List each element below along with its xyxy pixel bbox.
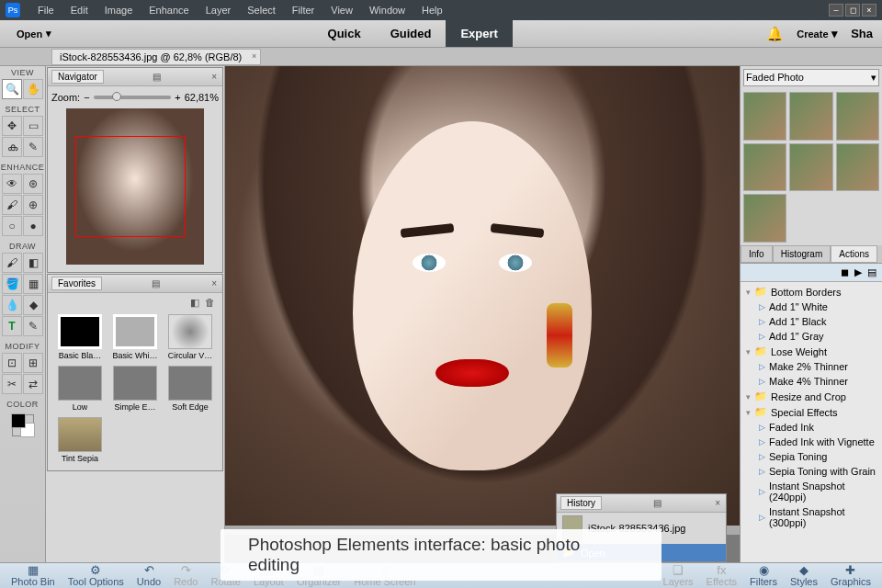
menu-enhance[interactable]: Enhance <box>141 5 197 16</box>
document-canvas[interactable] <box>225 66 740 526</box>
action-item[interactable]: ▷Faded Ink <box>742 420 880 435</box>
layers-button[interactable]: ❏Layers <box>658 564 699 587</box>
menu-select[interactable]: Select <box>239 5 284 16</box>
menu-file[interactable]: File <box>29 5 62 16</box>
graphics-button[interactable]: ✚Graphics <box>825 564 876 587</box>
panel-close-icon[interactable]: × <box>209 278 219 288</box>
favorite-item[interactable]: Basic Bla… <box>55 314 105 360</box>
panel-close-icon[interactable]: × <box>209 72 219 82</box>
share-button[interactable]: Sha <box>851 27 873 40</box>
action-item[interactable]: ▷Instant Snapshot (300ppi) <box>742 504 880 530</box>
action-folder[interactable]: ▾📁Special Effects <box>742 404 880 420</box>
document-tab[interactable]: iStock-828553436.jpg @ 62,8% (RGB/8)× <box>51 49 261 65</box>
clone-tool[interactable]: ⊕ <box>23 195 43 215</box>
trash-icon[interactable]: 🗑 <box>205 297 215 309</box>
stop-icon[interactable]: ◼ <box>841 266 849 278</box>
undo-button[interactable]: ↶Undo <box>131 564 166 587</box>
action-item[interactable]: ▷Add 1" Black <box>742 314 880 329</box>
preset-thumb[interactable] <box>743 194 786 243</box>
favorites-tab[interactable]: Favorites <box>51 277 102 290</box>
type-tool[interactable]: T <box>2 316 22 336</box>
action-item[interactable]: ▷Sepia Toning <box>742 449 880 464</box>
content-move-tool[interactable]: ✂ <box>2 374 22 394</box>
tool-options-button[interactable]: ⚙Tool Options <box>62 564 130 587</box>
action-item[interactable]: ▷Add 1" Gray <box>742 329 880 344</box>
preset-select[interactable]: Faded Photo▾ <box>743 69 879 86</box>
sponge-tool[interactable]: ● <box>23 216 43 236</box>
menu-view[interactable]: View <box>322 5 361 16</box>
eraser-tool[interactable]: ◧ <box>23 253 43 273</box>
zoom-slider[interactable] <box>94 96 172 99</box>
panel-menu-icon[interactable]: ▤ <box>867 266 876 278</box>
zoom-in-icon[interactable]: + <box>175 92 180 103</box>
action-item[interactable]: ▷Make 4% Thinner <box>742 374 880 389</box>
redo-button[interactable]: ↷Redo <box>168 564 203 587</box>
action-folder[interactable]: ▾📁Resize and Crop <box>742 389 880 404</box>
preset-thumb[interactable] <box>743 143 786 192</box>
backdrop-icon[interactable]: ◧ <box>190 297 199 309</box>
eye-tool[interactable]: 👁 <box>2 174 22 194</box>
panel-menu-icon[interactable]: ▤ <box>151 72 163 82</box>
pencil-tool[interactable]: ✎ <box>23 316 43 336</box>
close-icon[interactable]: × <box>862 4 876 17</box>
blur-tool[interactable]: ○ <box>2 216 22 236</box>
move-tool[interactable]: ✥ <box>2 116 22 136</box>
navigator-viewport-box[interactable] <box>75 136 186 237</box>
action-folder[interactable]: ▾📁Lose Weight <box>742 344 880 359</box>
marquee-tool[interactable]: ▭ <box>23 116 43 136</box>
gradient-tool[interactable]: ▦ <box>23 274 43 294</box>
create-button[interactable]: Create ▾ <box>797 27 838 40</box>
preset-thumb[interactable] <box>789 143 832 192</box>
hand-tool[interactable]: ✋ <box>23 79 43 99</box>
mode-quick[interactable]: Quick <box>313 20 376 47</box>
favorite-item[interactable]: Soft Edge <box>165 366 215 412</box>
close-tab-icon[interactable]: × <box>252 51 256 61</box>
zoom-out-icon[interactable]: − <box>84 92 89 103</box>
menu-image[interactable]: Image <box>96 5 141 16</box>
menu-layer[interactable]: Layer <box>198 5 240 16</box>
recompose-tool[interactable]: ⊞ <box>23 353 43 373</box>
mode-guided[interactable]: Guided <box>376 20 447 47</box>
zoom-tool[interactable]: 🔍 <box>2 79 22 99</box>
navigator-preview[interactable] <box>66 108 204 265</box>
smart-brush-tool[interactable]: 🖌 <box>2 195 22 215</box>
menu-window[interactable]: Window <box>361 5 413 16</box>
effects-button[interactable]: fxEffects <box>701 564 742 587</box>
panel-menu-icon[interactable]: ▤ <box>150 278 162 288</box>
tab-histogram[interactable]: Histogram <box>773 245 831 263</box>
action-item[interactable]: ▷Add 1" White <box>742 300 880 314</box>
bell-icon[interactable]: 🔔 <box>766 26 784 42</box>
tab-info[interactable]: Info <box>741 245 773 263</box>
brush-tool[interactable]: 🖌 <box>2 253 22 273</box>
action-folder[interactable]: ▾📁Bottom Borders <box>742 284 880 300</box>
favorite-item[interactable]: Simple E… <box>110 366 160 412</box>
spot-heal-tool[interactable]: ⊛ <box>23 174 43 194</box>
eyedropper-tool[interactable]: 💧 <box>2 295 22 315</box>
favorite-item[interactable]: Low <box>55 366 105 412</box>
color-swatch[interactable] <box>12 414 34 436</box>
favorite-item[interactable]: Circular V… <box>165 314 215 360</box>
menu-edit[interactable]: Edit <box>62 5 96 16</box>
preset-thumb[interactable] <box>836 92 879 141</box>
preset-thumb[interactable] <box>836 143 879 192</box>
panel-menu-icon[interactable]: ▤ <box>651 498 663 508</box>
tab-actions[interactable]: Actions <box>831 245 877 263</box>
lasso-tool[interactable]: ക <box>2 137 22 157</box>
styles-button[interactable]: ◆Styles <box>785 564 823 587</box>
shape-tool[interactable]: ◆ <box>23 295 43 315</box>
preset-thumb[interactable] <box>743 92 786 141</box>
menu-help[interactable]: Help <box>413 5 451 16</box>
menu-filter[interactable]: Filter <box>284 5 322 16</box>
action-item[interactable]: ▷Make 2% Thinner <box>742 359 880 374</box>
crop-tool[interactable]: ⊡ <box>2 353 22 373</box>
open-button[interactable]: Open▾ <box>9 25 59 42</box>
navigator-tab[interactable]: Navigator <box>51 70 104 84</box>
mode-expert[interactable]: Expert <box>446 20 512 47</box>
quick-select-tool[interactable]: ✎ <box>23 137 43 157</box>
favorite-item[interactable]: Tint Sepia <box>55 417 105 463</box>
favorite-item[interactable]: Basic Whi… <box>110 314 160 360</box>
straighten-tool[interactable]: ⇄ <box>23 374 43 394</box>
photo-bin-button[interactable]: ▦Photo Bin <box>6 564 61 587</box>
action-item[interactable]: ▷Faded Ink with Vignette <box>742 435 880 449</box>
play-icon[interactable]: ▶ <box>854 266 862 278</box>
